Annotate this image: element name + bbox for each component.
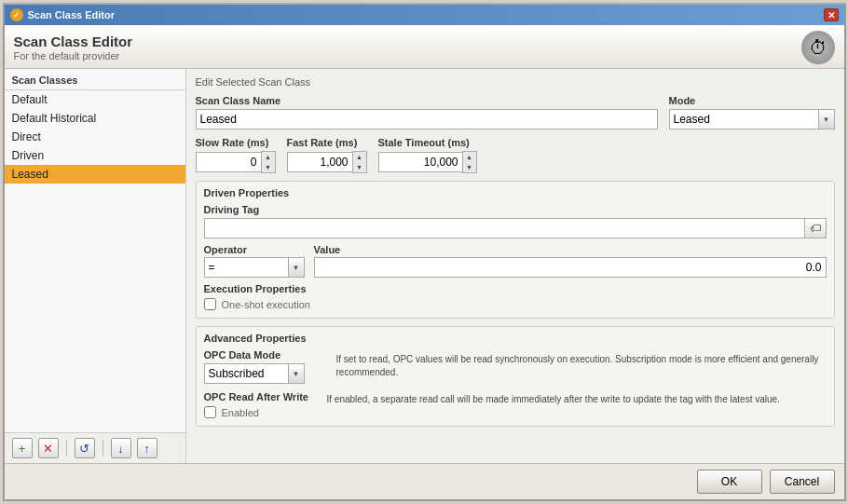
main-content: Scan Classes Default Default Historical … bbox=[5, 69, 844, 463]
mode-select[interactable]: Leased Default Direct Driven bbox=[669, 109, 818, 129]
sidebar-footer: + ✕ ↺ ↓ ↑ bbox=[5, 432, 185, 463]
value-input[interactable] bbox=[314, 257, 827, 278]
value-group: Value bbox=[314, 244, 827, 278]
opc-read-desc: If enabled, a separate read call will be… bbox=[327, 393, 827, 406]
advanced-properties-section: Advanced Properties OPC Data Mode Subscr… bbox=[196, 326, 835, 427]
one-shot-label: One-shot execution bbox=[222, 299, 310, 310]
slow-rate-label: Slow Rate (ms) bbox=[196, 137, 276, 148]
opc-enabled-checkbox[interactable] bbox=[204, 406, 216, 418]
driven-properties-label: Driven Properties bbox=[204, 187, 827, 198]
mode-label: Mode bbox=[669, 95, 835, 106]
opc-enabled-label: Enabled bbox=[222, 407, 259, 418]
add-button[interactable]: + bbox=[12, 438, 33, 458]
stale-timeout-buttons: ▲ ▼ bbox=[462, 151, 477, 173]
slow-rate-group: Slow Rate (ms) ▲ ▼ bbox=[196, 137, 276, 173]
mode-select-arrow[interactable]: ▼ bbox=[818, 109, 835, 129]
opc-desc: If set to read, OPC values will be read … bbox=[336, 353, 827, 379]
import-button[interactable]: ↑ bbox=[137, 438, 157, 458]
driving-tag-input[interactable] bbox=[204, 218, 804, 238]
sidebar: Scan Classes Default Default Historical … bbox=[5, 69, 186, 463]
ok-button[interactable]: OK bbox=[697, 470, 762, 494]
fast-rate-up[interactable]: ▲ bbox=[353, 152, 366, 162]
rates-row: Slow Rate (ms) ▲ ▼ Fast Rate (ms) bbox=[196, 137, 835, 173]
opc-mode-select-wrap: Subscribed Read ▼ bbox=[204, 363, 325, 384]
header-text: Scan Class Editor For the default provid… bbox=[14, 34, 133, 61]
header-icon: ⏱ bbox=[801, 31, 835, 64]
operator-label: Operator bbox=[204, 244, 305, 255]
opc-read-row: OPC Read After Write Enabled If enabled,… bbox=[204, 391, 827, 418]
slow-rate-buttons: ▲ ▼ bbox=[261, 151, 276, 173]
scan-class-name-group: Scan Class Name bbox=[196, 95, 658, 129]
header-bar: Scan Class Editor For the default provid… bbox=[5, 25, 844, 69]
mode-group: Mode Leased Default Direct Driven ▼ bbox=[669, 95, 835, 129]
close-button[interactable]: ✕ bbox=[824, 8, 839, 21]
operator-select[interactable]: = != < > bbox=[204, 257, 288, 278]
title-bar: ✓ Scan Class Editor ✕ bbox=[5, 5, 844, 25]
fast-rate-buttons: ▲ ▼ bbox=[352, 151, 367, 173]
slow-rate-input[interactable] bbox=[196, 152, 261, 172]
sidebar-item-driven[interactable]: Driven bbox=[5, 146, 185, 165]
sidebar-list: Default Default Historical Direct Driven… bbox=[5, 90, 185, 432]
slow-rate-down[interactable]: ▼ bbox=[262, 162, 275, 172]
window-title: Scan Class Editor bbox=[28, 9, 116, 20]
edit-panel-title: Edit Selected Scan Class bbox=[196, 76, 835, 88]
stale-timeout-up[interactable]: ▲ bbox=[463, 152, 476, 162]
header-subtitle: For the default provider bbox=[14, 50, 133, 61]
title-bar-left: ✓ Scan Class Editor bbox=[10, 8, 116, 21]
operator-select-arrow[interactable]: ▼ bbox=[288, 257, 305, 278]
fast-rate-group: Fast Rate (ms) ▲ ▼ bbox=[287, 137, 367, 173]
opc-read-left: OPC Read After Write Enabled bbox=[204, 391, 316, 418]
stale-timeout-down[interactable]: ▼ bbox=[463, 162, 476, 172]
bottom-bar: OK Cancel bbox=[5, 463, 844, 499]
value-label: Value bbox=[314, 244, 827, 255]
sidebar-item-default-historical[interactable]: Default Historical bbox=[5, 109, 185, 128]
stale-timeout-label: Stale Timeout (ms) bbox=[378, 137, 477, 148]
stale-timeout-spinner: ▲ ▼ bbox=[378, 151, 477, 173]
edit-panel: Edit Selected Scan Class Scan Class Name… bbox=[186, 69, 844, 463]
opc-enabled-row: Enabled bbox=[204, 406, 316, 418]
driving-tag-row: 🏷 bbox=[204, 218, 827, 238]
app-icon: ✓ bbox=[10, 8, 23, 21]
execution-properties-label: Execution Properties bbox=[204, 283, 827, 294]
name-mode-row: Scan Class Name Mode Leased Default Dire… bbox=[196, 95, 835, 129]
driven-properties-section: Driven Properties Driving Tag 🏷 Operator… bbox=[196, 181, 835, 319]
scan-class-name-label: Scan Class Name bbox=[196, 95, 658, 106]
stale-timeout-group: Stale Timeout (ms) ▲ ▼ bbox=[378, 137, 477, 173]
advanced-properties-label: Advanced Properties bbox=[204, 333, 827, 344]
divider2 bbox=[103, 440, 103, 456]
sidebar-item-direct[interactable]: Direct bbox=[5, 128, 185, 146]
opc-mode-left: OPC Data Mode Subscribed Read ▼ bbox=[204, 349, 325, 384]
export-button[interactable]: ↓ bbox=[111, 438, 131, 458]
operator-value-row: Operator = != < > ▼ Value bbox=[204, 244, 827, 278]
scan-class-name-input[interactable] bbox=[196, 109, 658, 129]
scan-class-editor-window: ✓ Scan Class Editor ✕ Scan Class Editor … bbox=[3, 3, 846, 501]
slow-rate-spinner: ▲ ▼ bbox=[196, 151, 276, 173]
sidebar-item-leased[interactable]: Leased bbox=[5, 165, 185, 184]
operator-select-wrap: = != < > ▼ bbox=[204, 257, 305, 278]
opc-data-row: OPC Data Mode Subscribed Read ▼ If set t… bbox=[204, 349, 827, 384]
header-title: Scan Class Editor bbox=[14, 34, 133, 49]
cancel-button[interactable]: Cancel bbox=[770, 470, 835, 494]
tag-browse-button[interactable]: 🏷 bbox=[804, 218, 827, 238]
sidebar-item-default[interactable]: Default bbox=[5, 90, 185, 109]
opc-data-mode-label: OPC Data Mode bbox=[204, 349, 325, 361]
remove-button[interactable]: ✕ bbox=[38, 438, 59, 458]
refresh-button[interactable]: ↺ bbox=[75, 438, 95, 458]
slow-rate-up[interactable]: ▲ bbox=[262, 152, 275, 162]
divider1 bbox=[66, 440, 67, 456]
opc-read-after-write-label: OPC Read After Write bbox=[204, 391, 316, 402]
one-shot-checkbox[interactable] bbox=[204, 298, 216, 310]
stale-timeout-input[interactable] bbox=[378, 152, 462, 172]
fast-rate-input[interactable] bbox=[287, 152, 352, 172]
driving-tag-label: Driving Tag bbox=[204, 204, 827, 215]
mode-select-wrap: Leased Default Direct Driven ▼ bbox=[669, 109, 835, 129]
opc-mode-arrow[interactable]: ▼ bbox=[288, 363, 305, 384]
operator-group: Operator = != < > ▼ bbox=[204, 244, 305, 278]
fast-rate-spinner: ▲ ▼ bbox=[287, 151, 367, 173]
fast-rate-label: Fast Rate (ms) bbox=[287, 137, 367, 148]
fast-rate-down[interactable]: ▼ bbox=[353, 162, 366, 172]
opc-mode-select[interactable]: Subscribed Read bbox=[204, 363, 288, 384]
sidebar-title: Scan Classes bbox=[5, 69, 185, 90]
one-shot-row: One-shot execution bbox=[204, 298, 827, 310]
